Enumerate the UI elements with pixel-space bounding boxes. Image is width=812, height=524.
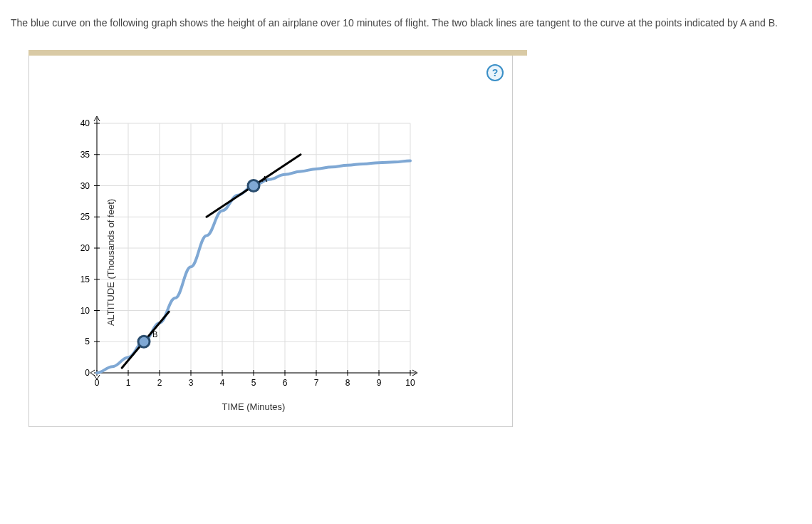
x-tick-label: 7 [314,378,319,388]
point-b[interactable] [138,336,150,347]
help-button[interactable]: ? [486,64,504,81]
x-tick-label: 10 [405,378,415,388]
x-tick-label: 4 [220,378,225,388]
problem-text: The blue curve on the following graph sh… [11,14,801,32]
x-tick-label: 6 [283,378,288,388]
x-tick-label: 0 [95,378,100,388]
x-tick-label: 1 [126,378,131,388]
x-tick-label: 8 [345,378,350,388]
x-tick-label: 2 [157,378,162,388]
y-tick-label: 0 [85,368,90,378]
y-tick-label: 40 [80,118,90,128]
divider-bar [28,50,527,56]
y-tick-label: 15 [80,274,90,284]
x-tick-label: 9 [377,378,382,388]
x-axis-label: TIME (Minutes) [97,401,410,412]
problem-text-content: The blue curve on the following graph sh… [11,17,778,29]
y-tick-label: 10 [80,306,90,316]
x-tick-label: 5 [251,378,256,388]
y-tick-label: 30 [80,181,90,191]
y-tick-label: 25 [80,212,90,222]
y-tick-label: 35 [80,150,90,160]
y-tick-label: 5 [85,337,90,346]
help-icon: ? [492,67,499,78]
x-tick-label: 3 [189,378,194,388]
point-label-b: B [152,330,157,339]
chart-container: ? ALTITUDE (Thousands of feet) 012345678… [28,56,513,427]
chart-area: ALTITUDE (Thousands of feet) 01234567891… [58,113,505,412]
y-tick-label: 20 [80,243,90,253]
point-a[interactable] [248,180,259,192]
point-label-a: A [262,175,268,183]
y-axis-label: ALTITUDE (Thousands of feet) [105,199,116,326]
